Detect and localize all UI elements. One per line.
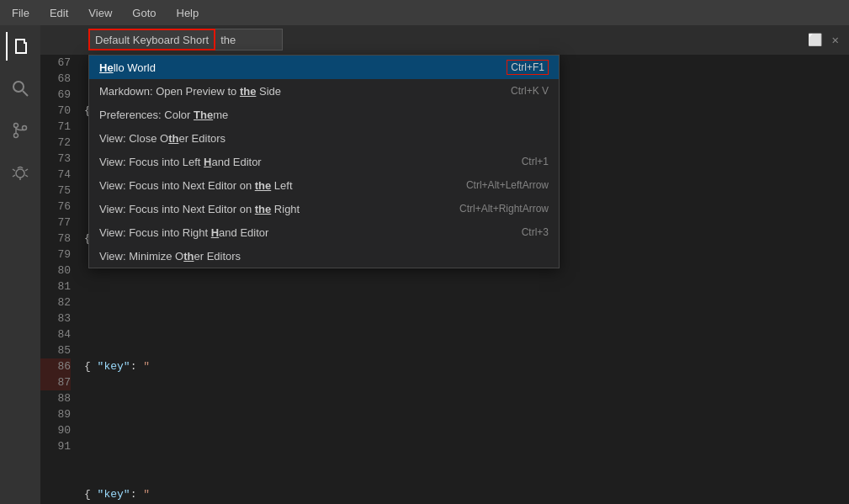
dropdown-item-markdown-preview[interactable]: Markdown: Open Preview to the Side Ctrl+… bbox=[89, 79, 559, 103]
menu-view[interactable]: View bbox=[83, 5, 117, 21]
menu-file[interactable]: File bbox=[7, 5, 34, 21]
tab-controls: ⬜ ✕ bbox=[804, 29, 849, 50]
dropdown-item-minimize-other[interactable]: View: Minimize Other Editors bbox=[89, 244, 559, 268]
dropdown-item-keybinding: Ctrl+1 bbox=[522, 156, 549, 167]
menu-goto[interactable]: Goto bbox=[127, 5, 161, 21]
search-icon[interactable] bbox=[6, 74, 34, 103]
debug-icon[interactable] bbox=[6, 158, 34, 187]
dropdown-item-keybinding: Ctrl+Alt+LeftArrow bbox=[466, 179, 549, 191]
keybinding-widget: Default Keyboard Short bbox=[88, 29, 283, 50]
svg-point-6 bbox=[13, 82, 24, 92]
maximize-button[interactable]: ⬜ bbox=[804, 29, 825, 50]
svg-rect-4 bbox=[20, 39, 25, 40]
dropdown-item-text: Markdown: Open Preview to the Side bbox=[99, 85, 511, 98]
dropdown-item-close-other[interactable]: View: Close Other Editors bbox=[89, 126, 559, 150]
svg-line-16 bbox=[25, 175, 28, 177]
main-layout: Default Keyboard Short ⬜ ✕ Hello World C… bbox=[0, 25, 849, 504]
svg-line-14 bbox=[25, 169, 28, 171]
dropdown-item-text: View: Focus into Right Hand Editor bbox=[99, 226, 522, 239]
source-control-icon[interactable] bbox=[6, 116, 34, 145]
dropdown-item-text: View: Focus into Next Editor on the Righ… bbox=[99, 203, 459, 215]
files-icon[interactable] bbox=[6, 32, 34, 61]
dropdown-item-keybinding: Ctrl+3 bbox=[522, 226, 549, 238]
svg-point-12 bbox=[16, 169, 24, 178]
editor-container: Default Keyboard Short ⬜ ✕ Hello World C… bbox=[40, 25, 849, 504]
tab-bar: Default Keyboard Short ⬜ ✕ bbox=[40, 25, 849, 55]
svg-point-10 bbox=[23, 126, 27, 130]
scrollbar[interactable] bbox=[773, 55, 782, 504]
close-button[interactable]: ✕ bbox=[829, 29, 842, 50]
dropdown-item-keybinding: Ctrl+F1 bbox=[507, 60, 549, 75]
menu-bar: File Edit View Goto Help bbox=[0, 0, 849, 25]
keybinding-label: Default Keyboard Short bbox=[88, 29, 215, 50]
dropdown-item-text: View: Minimize Other Editors bbox=[99, 250, 549, 263]
dropdown-item-text: Hello World bbox=[99, 61, 507, 74]
svg-rect-3 bbox=[25, 42, 27, 54]
code-line-72 bbox=[84, 422, 773, 438]
svg-line-15 bbox=[13, 175, 15, 177]
svg-line-7 bbox=[23, 91, 28, 96]
code-line-71: { "key": " bbox=[84, 358, 773, 374]
menu-edit[interactable]: Edit bbox=[45, 5, 73, 21]
command-palette-dropdown: Hello World Ctrl+F1 Markdown: Open Previ… bbox=[88, 55, 560, 268]
dropdown-item-next-right[interactable]: View: Focus into Next Editor on the Righ… bbox=[89, 197, 559, 220]
svg-rect-5 bbox=[24, 40, 25, 44]
dropdown-item-keybinding: Ctrl+Alt+RightArrow bbox=[459, 203, 549, 215]
dropdown-item-keybinding: Ctrl+K V bbox=[511, 85, 549, 97]
line-numbers: 67 68 69 70 71 72 73 74 75 76 77 78 79 8… bbox=[40, 55, 81, 504]
dropdown-item-text: Preferences: Color Theme bbox=[99, 109, 549, 121]
dropdown-item-text: View: Close Other Editors bbox=[99, 132, 549, 145]
dropdown-item-right-hand[interactable]: View: Focus into Right Hand Editor Ctrl+… bbox=[89, 220, 559, 244]
dropdown-item-text: View: Focus into Left Hand Editor bbox=[99, 156, 522, 168]
keybinding-search-input[interactable] bbox=[215, 29, 283, 50]
minimap bbox=[782, 55, 849, 504]
code-line-73: { "key": " bbox=[84, 486, 773, 502]
dropdown-item-color-theme[interactable]: Preferences: Color Theme bbox=[89, 103, 559, 126]
dropdown-item-left-hand[interactable]: View: Focus into Left Hand Editor Ctrl+1 bbox=[89, 150, 559, 173]
dropdown-item-next-left[interactable]: View: Focus into Next Editor on the Left… bbox=[89, 173, 559, 197]
code-line-70 bbox=[84, 294, 773, 310]
dropdown-item-text: View: Focus into Next Editor on the Left bbox=[99, 179, 466, 192]
svg-point-9 bbox=[14, 134, 19, 138]
svg-rect-2 bbox=[15, 52, 27, 54]
svg-rect-1 bbox=[15, 39, 17, 54]
dropdown-item-hello-world[interactable]: Hello World Ctrl+F1 bbox=[89, 56, 559, 79]
menu-help[interactable]: Help bbox=[172, 5, 204, 21]
svg-line-13 bbox=[13, 169, 15, 171]
activity-bar bbox=[0, 25, 40, 504]
svg-point-8 bbox=[14, 124, 19, 128]
